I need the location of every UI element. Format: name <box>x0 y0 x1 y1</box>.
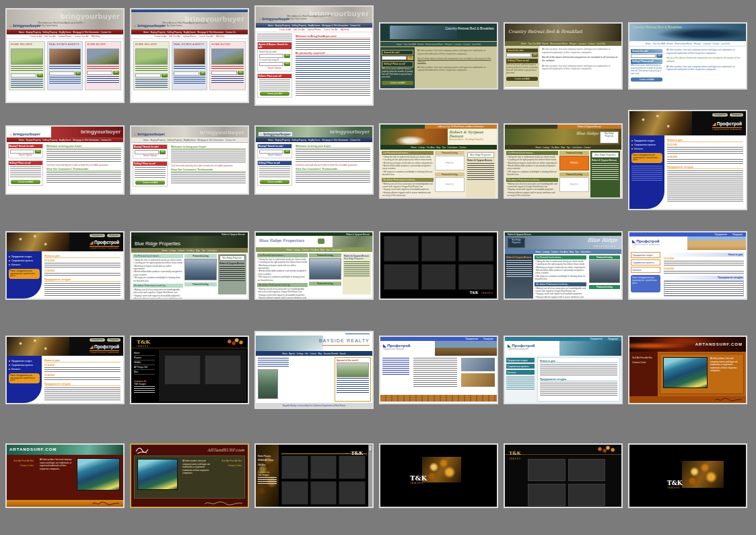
promo-box: Новое оборудование для производства стро… <box>631 275 660 292</box>
logo-text: bringyourbuyer <box>263 132 291 136</box>
page-body: Предприятие сегодня Современные проекты … <box>629 135 746 209</box>
thumbnail-profstroy-wood[interactable]: Предприятие Продукция ◣ Профстрой строит… <box>380 337 497 403</box>
menu-item: Современные проекты <box>506 364 535 369</box>
property-details-lines <box>337 378 369 393</box>
enterprise-link: Предприятие <box>714 233 727 236</box>
surf-painting <box>77 458 120 491</box>
sidebar: Buying? Search for ads! GO Search Option… <box>7 142 44 189</box>
thumbnail-benson-autumn[interactable]: Jefferson City, TN Real Estate and Area … <box>380 125 497 197</box>
house-photo <box>211 49 244 65</box>
right-sidebar: Blue Ridge Properties Robert & Vyrgean B… <box>466 151 495 197</box>
paragraph-lines <box>46 172 121 183</box>
thumbnail-bringyourbuyer-gray[interactable]: bringyourbuyer ⌂ bringyourbuyer Home Buy… <box>131 127 248 193</box>
sidebar-text: 98% of our users sold their home or prop… <box>631 65 662 75</box>
thumbnail-blueridge-light[interactable]: Robert & Vyrgean Benson Blue Ridge Prope… <box>256 232 372 298</box>
thumbnail-artandsurf-maroon[interactable]: ARTandSURF.com All other product, font a… <box>131 445 248 507</box>
search-options-link: Search Options <box>259 154 290 156</box>
left-column: Our Personal touch means... • Taking the… <box>382 151 434 197</box>
thumbnail-bringyourbuyer-welcome[interactable]: bringyourbuyer ⌂ bringyourbuyer Where Am… <box>256 7 372 104</box>
thumbnail-profstroy-dark-2[interactable]: Предприятие Продукция ◢ Профстрой строит… <box>7 232 123 298</box>
thumbnail-tk-splash-center[interactable]: T&K IMAGES <box>380 445 497 507</box>
search-input <box>631 54 656 58</box>
blue-ridge-logo: Blue Ridge Properties <box>600 131 619 144</box>
thumbnail-benson-olive[interactable]: Robert & Vyrgean Benson Blue Ridge Blue … <box>505 125 621 197</box>
featured-listing-bar: Featured Listing <box>559 151 589 155</box>
thumbnail-profstroy-dark-tall[interactable]: Предприятие Продукция ◢ Профстрой строит… <box>629 111 746 209</box>
house-icon: ⌂ <box>260 132 263 136</box>
tagline: Where America's Real Estate Agents go to… <box>287 15 334 20</box>
thumbnail-blueridge-dark[interactable]: Robert & Vyrgean Benson Blue Ridge Prope… <box>131 232 248 298</box>
thumbnail-country-retreat-teal[interactable]: Country Retreat Bed & Breakfast Home Tou… <box>380 24 497 88</box>
site-header: Предприятие Продукция ◢ Профстрой строит… <box>7 337 123 356</box>
page-body: Предприятие сегодня Современные проекты … <box>7 356 123 403</box>
thumbnail-bringyourbuyer-red[interactable]: bringyourbuyer ⌂ bringyourbuyer Home Buy… <box>7 127 123 193</box>
real-estate-agents-column: REAL ESTATE AGENTS GO <box>47 41 83 90</box>
thumbnail-artandsurf-red[interactable]: ARTANDSURF.COM Surf Art Fine Art Bio Con… <box>7 445 123 507</box>
go-button: GO <box>407 56 413 60</box>
contact-name: Robert & Vyrgean Benson <box>592 159 619 162</box>
site-header: Blue Ridge Properties <box>256 236 372 247</box>
thumbnail-country-retreat-olive[interactable]: Country Retreat Bed & Breakfast Home Tou… <box>505 24 621 88</box>
photo-placeholder: PHOTO <box>559 156 589 170</box>
paragraph-lines <box>44 387 121 401</box>
scrollbar[interactable] <box>368 445 372 507</box>
menu-items: Surf Art Fine Art Bio Contact Links <box>632 356 655 365</box>
create-add-button: Create and Add <box>631 77 662 82</box>
contact-lines <box>592 163 619 181</box>
logo-text: T&K <box>410 474 427 482</box>
thumbnail-profstroy-dark-3[interactable]: Предприятие Продукция ◢ Профстрой строит… <box>7 337 123 403</box>
house-icon: ⌂ <box>9 132 12 136</box>
site-header: BAYSIDE REALTY <box>256 336 372 351</box>
thumbnail-tk-splash-right[interactable]: T&K IMAGES <box>629 445 746 507</box>
professional-list: • Making sure all of our associates are … <box>133 288 183 298</box>
header-buttons: Предприятие Продукция <box>712 113 743 117</box>
photo-placeholder: PHOTO <box>435 156 465 170</box>
text-lines <box>10 166 41 179</box>
thumbnail-artandsurf-orange[interactable]: ARTANDSURF.COM Surf Art Fine Art Bio Con… <box>629 337 746 403</box>
site-header: bringyourbuyer ⌂ bringyourbuyer Where Am… <box>256 7 372 23</box>
today-heading: Предприятие сегодня <box>664 276 744 280</box>
photo-grid <box>380 232 497 291</box>
left-sidebar: Robert & Vyrgean Benson <box>505 254 533 298</box>
bullet-list-lines <box>296 56 370 79</box>
scrollbar-thumb[interactable] <box>368 445 372 451</box>
photo-slot <box>421 264 456 290</box>
products-button: Продукция <box>107 234 121 237</box>
thumbnail-country-retreat-blue[interactable]: Country Retreat Bed & Breakfast Home Tou… <box>629 24 746 88</box>
thumbnail-tk-gold-grid[interactable]: Home Flowers Wildlife All Things Old Mis… <box>256 445 372 507</box>
guarantee-link: Click here and read why we're able to ma… <box>296 164 370 166</box>
thumbnail-bringyourbuyer-navy[interactable]: bringyourbuyer ⌂ bringyourbuyer Home Buy… <box>256 127 372 193</box>
featured-listing-bar: Featured Listing <box>435 151 465 155</box>
featured-column: Featured Listing Featured Listing <box>309 253 341 294</box>
left-column: Our Personal touch means... • Taking the… <box>506 151 558 197</box>
sellers-box: Sellers: Place your ad! Create your Ad! <box>257 73 292 98</box>
sidebar: Surf Art Fine Art Bio Contact Links <box>629 352 658 396</box>
thumbnail-tk-grid-leaves[interactable]: T&K IMAGES <box>505 445 621 507</box>
menu-item: Предприятие сегодня <box>631 252 660 258</box>
portal-columns: HOME SELLERS GO REAL ESTATE AGENTS GO HO… <box>7 39 123 92</box>
sold-sign-photo <box>11 49 43 65</box>
thumbnail-tk-sidebar[interactable]: T&K IMAGES Home Flowers Wildlife All Thi… <box>131 337 248 403</box>
page-body: Search the ads! GO Selling? Place an ad!… <box>629 46 746 88</box>
thumbnail-tk-grid-dark[interactable]: T&K IMAGES <box>380 232 497 298</box>
search-input <box>211 71 237 75</box>
logo-subtitle: строительная компания <box>90 350 119 354</box>
thumbnail-bayside-realty[interactable]: BAYSIDE REALTY Home Agents Listings Info… <box>256 332 372 408</box>
search-row: GO <box>382 56 413 60</box>
page-body: Surf Art Fine Art Bio Contact Links All … <box>7 455 123 500</box>
wood-texture-strip <box>380 395 497 402</box>
logo-text: bringyourbuyer <box>13 24 40 28</box>
menu-item: Предприятие сегодня <box>9 360 40 363</box>
thumbnail-profstroy-teal[interactable]: Предприятие Продукция ◣ Профстрой строит… <box>505 337 621 403</box>
thumbnail-profstroy-light[interactable]: Предприятие Продукция ◣ Профстрой строит… <box>629 232 746 298</box>
thumbnail-bringyourbuyer-portal-2[interactable]: bringyourbuyer ⌂ bringyourbuyer Where Am… <box>131 9 248 102</box>
column-title: HOME SELLERS <box>11 43 43 47</box>
thumbnail-blueridge-misty[interactable]: Robert & Vyrgean Benson Blue Ridge Prope… <box>505 232 621 298</box>
paragraph-lines <box>667 170 743 201</box>
news-lines <box>664 271 744 274</box>
logo-text: T&K <box>667 480 683 486</box>
thumbnail-bringyourbuyer-portal-1[interactable]: bringyourbuyer ⌂ bringyourbuyer Where Am… <box>7 9 123 102</box>
paragraph: Not all of the above-referenced componen… <box>542 56 619 62</box>
search-header: Search the ads! <box>631 49 662 53</box>
products-link: Продукция <box>732 233 743 236</box>
